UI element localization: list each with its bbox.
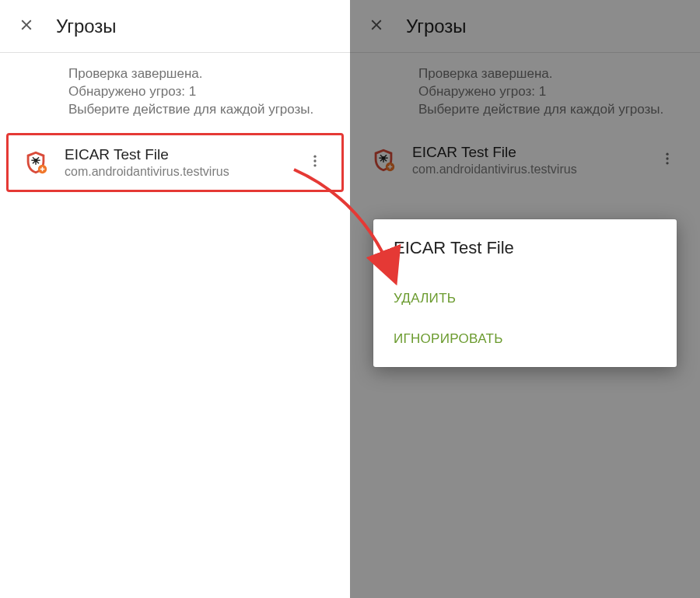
threat-row[interactable]: EICAR Test File com.androidantivirus.tes… xyxy=(6,133,344,192)
svg-rect-10 xyxy=(383,159,383,162)
popup-title: EICAR Test File xyxy=(394,238,656,258)
threat-shield-icon xyxy=(21,149,65,176)
scan-status: Проверка завершена. Обнаружено угроз: 1 … xyxy=(0,53,350,133)
threat-name: EICAR Test File xyxy=(412,144,653,161)
action-popup: EICAR Test File УДАЛИТЬ ИГНОРИРОВАТЬ xyxy=(373,219,677,367)
threat-name: EICAR Test File xyxy=(65,146,301,163)
topbar: Угрозы xyxy=(0,0,350,53)
close-button[interactable] xyxy=(11,11,42,42)
threat-row[interactable]: EICAR Test File com.androidantivirus.tes… xyxy=(356,133,694,187)
left-panel: Угрозы Проверка завершена. Обнаружено уг… xyxy=(0,0,350,598)
threat-shield-icon xyxy=(369,147,412,173)
close-icon xyxy=(18,16,35,36)
right-panel: Угрозы Проверка завершена. Обнаружено уг… xyxy=(350,0,700,598)
threat-text: EICAR Test File com.androidantivirus.tes… xyxy=(412,144,653,177)
threat-package: com.androidantivirus.testvirus xyxy=(412,163,653,177)
threat-more-button[interactable] xyxy=(301,149,329,177)
scan-status: Проверка завершена. Обнаружено угроз: 1 … xyxy=(350,53,700,133)
status-line: Выберите действие для каждой угрозы. xyxy=(68,101,331,119)
status-line: Обнаружено угроз: 1 xyxy=(68,83,331,101)
status-line: Проверка завершена. xyxy=(418,65,681,83)
svg-point-17 xyxy=(666,162,668,164)
close-button[interactable] xyxy=(361,11,392,42)
page-title: Угрозы xyxy=(56,16,117,37)
ignore-button[interactable]: ИГНОРИРОВАТЬ xyxy=(394,319,656,359)
status-line: Выберите действие для каждой угрозы. xyxy=(418,101,681,119)
threat-text: EICAR Test File com.androidantivirus.tes… xyxy=(65,146,301,179)
threat-more-button[interactable] xyxy=(653,146,681,174)
svg-point-8 xyxy=(313,164,316,166)
page-title: Угрозы xyxy=(406,16,467,37)
delete-button[interactable]: УДАЛИТЬ xyxy=(394,278,656,319)
close-icon xyxy=(368,16,385,36)
topbar: Угрозы xyxy=(350,0,700,53)
more-vert-icon xyxy=(307,153,323,171)
svg-point-7 xyxy=(313,160,316,163)
svg-point-16 xyxy=(666,158,668,160)
svg-rect-1 xyxy=(35,161,36,164)
svg-point-15 xyxy=(666,153,668,156)
status-line: Обнаружено угроз: 1 xyxy=(418,83,681,101)
more-vert-icon xyxy=(660,151,675,169)
threat-package: com.androidantivirus.testvirus xyxy=(65,165,301,179)
status-line: Проверка завершена. xyxy=(68,65,331,83)
svg-point-6 xyxy=(313,156,316,158)
